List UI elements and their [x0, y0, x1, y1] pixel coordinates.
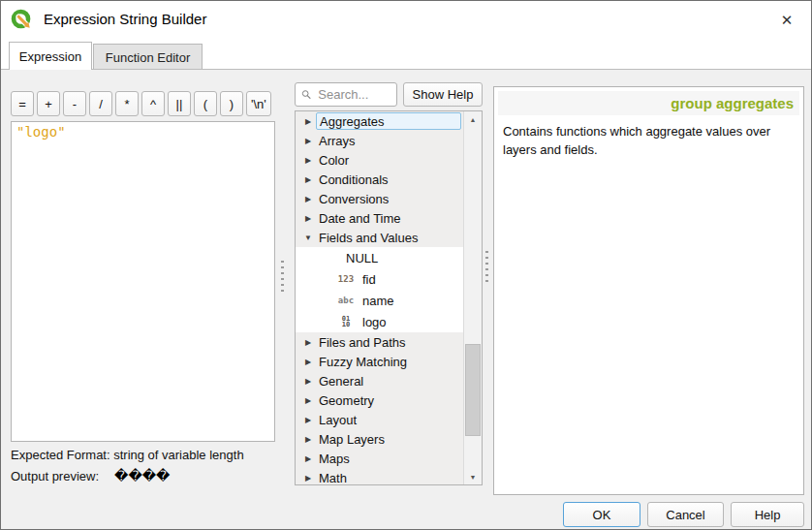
help-button[interactable]: Help: [731, 502, 804, 527]
tree-item-null[interactable]: NULL: [296, 247, 463, 268]
qgis-logo-icon: [11, 9, 32, 30]
tree-item-maps[interactable]: ▶ Maps: [296, 449, 463, 468]
tree-item-conditionals[interactable]: ▶ Conditionals: [296, 170, 463, 189]
operator-divide-button[interactable]: /: [89, 91, 112, 116]
tree-item-label: Conditionals: [319, 172, 389, 187]
scrollbar-thumb[interactable]: [465, 344, 481, 436]
operator-multiply-button[interactable]: *: [115, 91, 139, 116]
tree-item-label: General: [319, 374, 363, 389]
tree-item-arrays[interactable]: ▶ Arrays: [296, 131, 463, 150]
search-input[interactable]: [316, 86, 390, 103]
tree-item-map-layers[interactable]: ▶ Map Layers: [296, 429, 463, 449]
ok-button[interactable]: OK: [563, 502, 640, 527]
tree-item-label: name: [362, 294, 394, 308]
operator-newline-button[interactable]: '\n': [246, 91, 271, 116]
chevron-right-icon[interactable]: ▶: [300, 137, 316, 145]
chevron-right-icon[interactable]: ▶: [300, 214, 316, 223]
tab-function-editor[interactable]: Function Editor: [93, 44, 203, 70]
tree-item-files-and-paths[interactable]: ▶ Files and Paths: [296, 332, 463, 352]
operator-equals-button[interactable]: =: [11, 91, 34, 116]
chevron-right-icon[interactable]: ▶: [300, 435, 316, 444]
tree-item-label: Files and Paths: [319, 335, 406, 350]
chevron-right-icon[interactable]: ▶: [300, 156, 316, 165]
tree-item-label: Fuzzy Matching: [319, 355, 407, 369]
tree-item-logo[interactable]: 01 10 logo: [296, 311, 463, 332]
chevron-right-icon[interactable]: ▶: [300, 416, 316, 424]
scroll-down-icon[interactable]: ▼: [464, 469, 482, 484]
function-tree: ▶ Aggregates ▶ Arrays ▶ Color ▶ Conditio…: [295, 110, 483, 485]
tree-item-fields-and-values[interactable]: ▼ Fields and Values: [296, 228, 463, 247]
chevron-right-icon[interactable]: ▶: [300, 377, 316, 386]
scroll-up-icon[interactable]: ▲: [464, 111, 482, 127]
operator-toolbar: = + - / * ^ || ( ) '\n': [11, 91, 271, 116]
tree-item-label: Arrays: [319, 134, 356, 148]
tree-item-fuzzy-matching[interactable]: ▶ Fuzzy Matching: [296, 352, 463, 371]
text-field-icon: abc: [334, 296, 358, 305]
tree-item-label: Math: [319, 471, 347, 485]
expected-format-text: Expected Format: string of variable leng…: [11, 448, 244, 462]
chevron-right-icon[interactable]: ▶: [300, 396, 316, 405]
tree-item-label: Maps: [319, 452, 350, 466]
chevron-right-icon[interactable]: ▶: [300, 195, 316, 203]
close-icon[interactable]: ✕: [776, 10, 797, 31]
operator-close-paren-button[interactable]: ): [220, 91, 243, 116]
number-field-icon: 123: [334, 274, 358, 284]
tree-item-label: Fields and Values: [319, 231, 418, 245]
help-title: group aggregates: [498, 91, 799, 115]
operator-minus-button[interactable]: -: [63, 91, 86, 116]
search-icon: [301, 88, 311, 101]
tab-pane-border: [1, 69, 811, 70]
output-preview-row: Output preview: ����: [11, 468, 170, 483]
operator-concat-button[interactable]: ||: [168, 91, 191, 116]
tree-item-label: Color: [319, 153, 349, 168]
tree-item-label: fid: [362, 272, 376, 287]
tree-item-color[interactable]: ▶ Color: [296, 150, 463, 170]
function-help-panel: group aggregates Contains functions whic…: [493, 86, 804, 495]
help-body-text: Contains functions which aggregate value…: [494, 115, 803, 168]
operator-open-paren-button[interactable]: (: [194, 91, 217, 116]
binary-field-icon: 01 10: [334, 316, 358, 327]
tree-item-date-and-time[interactable]: ▶ Date and Time: [296, 208, 463, 228]
output-preview-label: Output preview:: [11, 469, 99, 483]
tree-item-general[interactable]: ▶ General: [296, 371, 463, 390]
expression-editor[interactable]: "logo": [11, 121, 275, 442]
tree-item-math[interactable]: ▶ Math: [296, 468, 463, 484]
tree-item-label: Aggregates: [320, 114, 385, 129]
tree-item-label: Conversions: [319, 192, 389, 206]
chevron-right-icon[interactable]: ▶: [300, 474, 316, 483]
function-tree-rows: ▶ Aggregates ▶ Arrays ▶ Color ▶ Conditio…: [296, 111, 463, 484]
tree-item-aggregates[interactable]: ▶ Aggregates: [296, 111, 463, 131]
operator-plus-button[interactable]: +: [37, 91, 60, 116]
expression-string-builder-dialog: Expression String Builder ✕ Expression F…: [0, 0, 812, 530]
chevron-right-icon[interactable]: ▶: [300, 175, 316, 184]
tree-item-geometry[interactable]: ▶ Geometry: [296, 390, 463, 410]
chevron-right-icon[interactable]: ▶: [300, 454, 316, 463]
chevron-right-icon[interactable]: ▶: [300, 338, 316, 347]
tree-item-fid[interactable]: 123 fid: [296, 268, 463, 290]
tree-scrollbar[interactable]: ▲ ▼: [463, 111, 482, 484]
chevron-right-icon[interactable]: ▶: [300, 358, 316, 366]
tree-item-label: NULL: [346, 251, 378, 265]
right-splitter-handle[interactable]: [485, 251, 488, 282]
tab-expression[interactable]: Expression: [9, 42, 92, 70]
left-splitter-handle[interactable]: [281, 261, 284, 292]
function-search-box[interactable]: [295, 82, 397, 107]
tree-item-name[interactable]: abc name: [296, 290, 463, 311]
window-title: Expression String Builder: [44, 11, 206, 27]
tree-item-label: Map Layers: [319, 432, 385, 447]
chevron-right-icon[interactable]: ▶: [300, 117, 316, 126]
tree-item-label: Date and Time: [319, 211, 401, 226]
scrollbar-track[interactable]: [464, 127, 482, 469]
tree-item-layout[interactable]: ▶ Layout: [296, 410, 463, 429]
cancel-button[interactable]: Cancel: [647, 502, 724, 527]
tree-item-label: Geometry: [319, 393, 374, 408]
chevron-down-icon[interactable]: ▼: [300, 234, 316, 242]
show-help-button[interactable]: Show Help: [403, 82, 483, 107]
tree-item-conversions[interactable]: ▶ Conversions: [296, 189, 463, 208]
operator-power-button[interactable]: ^: [141, 91, 165, 116]
output-preview-value: ����: [114, 468, 170, 483]
tree-item-label: logo: [362, 315, 387, 329]
tree-item-label: Layout: [319, 413, 357, 427]
